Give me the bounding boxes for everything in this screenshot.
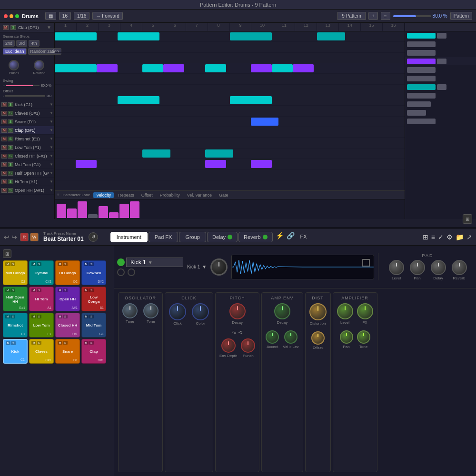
amp-level-knob[interactable] [337,303,353,319]
lowtom-solo[interactable]: S [8,145,13,150]
grid-row-openhh[interactable] [55,138,405,148]
vel-bar-6[interactable] [109,212,119,218]
pad-ht-s[interactable]: S [37,288,41,292]
redo-icon[interactable]: ↪ [11,233,17,241]
vel-bar-4[interactable] [88,214,98,218]
pad-cp-s[interactable]: S [89,341,94,345]
rotation-knob[interactable] [34,60,44,70]
lowconga-block-2[interactable] [205,149,233,158]
claves-mute[interactable]: M [1,111,7,116]
euclidean-btn[interactable]: Euclidean [3,48,27,55]
punch-knob[interactable] [241,338,255,353]
offset-dist-knob[interactable] [311,331,325,345]
snare-arrow[interactable]: ▼ [50,119,53,124]
volume-knob[interactable] [210,258,228,276]
pad-ch-m[interactable]: M [58,315,62,318]
kick-arrow[interactable]: ▼ [50,102,53,107]
pad-sn-m[interactable]: M [58,341,62,345]
pad-mid-tom[interactable]: MS Mid Tom G1 [81,313,106,337]
waveform-options-btn[interactable] [362,259,370,267]
pad-ch-s[interactable]: S [63,315,68,318]
grid-row-midconga[interactable] [55,159,405,169]
clap-block-2[interactable] [97,64,118,72]
pad-ki-m[interactable]: M [6,341,10,345]
pad-low-conga[interactable]: MS Low Conga B1 [81,287,106,311]
grid-row-snare[interactable] [55,53,405,63]
closedhh-block-2[interactable] [230,96,272,104]
3rd-btn[interactable]: 3rd [16,40,27,47]
vel-variance-tab[interactable]: Vel. Variance [184,192,215,198]
track-row-rimshot[interactable]: MS Rimshot (E1) ▼ [0,135,54,143]
hitom-mute[interactable]: M [1,179,7,184]
track-row-claves[interactable]: MS Claves (C#1) ▼ [0,109,54,118]
clap-solo[interactable]: S [8,128,13,133]
clap-arrow[interactable]: ▼ [50,128,53,132]
kick-block-4[interactable] [317,32,345,40]
track-row-lowtom[interactable]: MS Low Tom (F1) ▼ [0,143,54,152]
pad-mt-m[interactable]: M [84,315,89,318]
distortion-knob[interactable] [309,303,327,320]
pad-cl-m[interactable]: M [31,341,36,345]
closedhh-block-1[interactable] [118,96,159,104]
division-select[interactable]: 1/16 [74,12,89,20]
hitom-arrow[interactable]: ▼ [50,179,53,184]
track-row-closedhh[interactable]: MS Closed HH (F#1) ▼ [0,152,54,160]
offset-tab[interactable]: Offset [139,192,156,198]
claves-solo[interactable]: S [8,111,13,116]
claves-clip[interactable] [407,41,436,47]
amp-fx-knob[interactable] [357,303,373,319]
clip-row-midtom[interactable] [405,91,476,100]
pad-rs-s[interactable]: S [10,315,15,318]
delay-tab[interactable]: Delay [207,232,238,242]
pad-oh-s[interactable]: S [63,288,68,292]
pad-pan-knob[interactable] [410,260,425,275]
vel-bar-8[interactable] [130,201,139,218]
repeats-tab[interactable]: Repeats [115,192,137,198]
kick-block-3[interactable] [230,32,272,40]
tune-knob[interactable] [122,303,138,318]
accent-knob[interactable] [266,330,279,344]
reverb-power[interactable] [263,235,268,239]
pad-clap[interactable]: MS Clap D#1 [81,339,106,364]
add-pattern-btn[interactable]: + [368,12,378,20]
grid-row-closedhh[interactable] [55,95,405,106]
link-icon[interactable]: 🔗 [287,232,295,242]
pad-grid-icon[interactable]: ⊞ [3,249,11,258]
env-depth-knob[interactable] [221,338,236,353]
pad-lt-s[interactable]: S [37,315,41,318]
undo-icon[interactable]: ↩ [4,233,10,241]
grid-row-hitom[interactable] [55,127,405,138]
clip-row-claves[interactable] [405,40,476,49]
grid-row-halfopenhh[interactable] [55,117,405,127]
closedhh-clip[interactable] [407,84,436,90]
pad-hi-tom[interactable]: MS Hi Tom A1 [29,287,54,311]
halfopenhh-solo[interactable]: S [8,171,13,176]
vel-lev-knob[interactable] [284,330,298,344]
vel-bar-3[interactable] [78,201,87,218]
amp-decay-knob[interactable] [274,303,290,319]
pad-sn-s[interactable]: S [63,341,68,345]
midtom-clip[interactable] [407,93,436,99]
reverb-tab[interactable]: Reverb [238,232,272,242]
openhh-clip[interactable] [407,119,436,124]
pad-cl-s[interactable]: S [37,341,41,345]
lowtom-mute[interactable]: M [1,145,7,150]
swing-slider[interactable] [6,85,40,86]
grid-row-midtom[interactable] [55,106,405,116]
ch1-power[interactable] [117,258,125,266]
kick-clip-2[interactable] [437,33,446,39]
clap-block-4[interactable] [163,64,184,72]
clap-block-1[interactable] [55,64,97,72]
track-row-snare[interactable]: MS Snare (D1) ▼ [0,118,54,126]
openhh-arrow[interactable]: ▼ [50,188,53,192]
ch2-power[interactable] [117,268,125,276]
lowtom-arrow[interactable]: ▼ [50,145,53,149]
grid-row-hiconga[interactable] [55,180,405,190]
claves-arrow[interactable]: ▼ [50,111,53,115]
halfopenhh-block-1[interactable] [251,118,279,126]
pad-claves[interactable]: MS Claves C#1 [29,339,54,364]
forward-btn[interactable]: → Forward [92,12,122,20]
midtom-arrow[interactable]: ▼ [50,162,53,167]
velocity-tab[interactable]: Velocity [93,192,114,198]
instrument-tab[interactable]: Instrument [110,232,148,242]
